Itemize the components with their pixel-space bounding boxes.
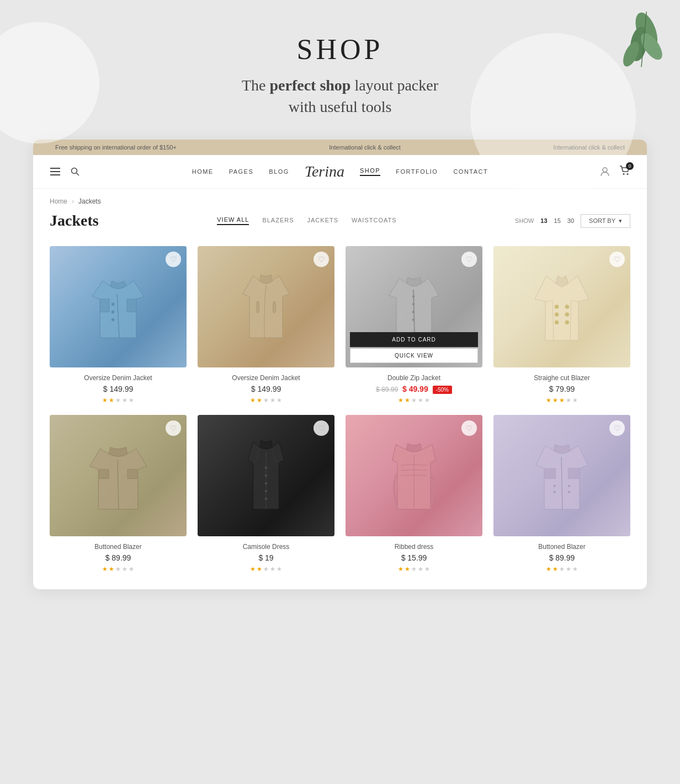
star: ★ — [398, 566, 403, 573]
nav-home[interactable]: HOME — [192, 168, 214, 175]
star: ★ — [109, 566, 114, 573]
breadcrumb-home[interactable]: Home — [50, 198, 67, 205]
product-grid: ♡ Oversize Denim Jacket $ 149.99 ★ ★ ★ ★… — [33, 241, 647, 589]
product-name-7: Ribbed dress — [346, 543, 482, 551]
star: ★ — [572, 566, 578, 573]
product-card-7: ♡ Ribbed dress $ 15.99 ★ ★ ★ ★ ★ — [340, 409, 488, 578]
product-name-2: Oversize Denim Jacket — [198, 374, 334, 382]
page-title: Jackets — [50, 212, 99, 230]
star: ★ — [411, 566, 417, 573]
nav-contact[interactable]: CONTACT — [453, 168, 488, 175]
product-image-wrapper-5: ♡ — [50, 415, 187, 536]
product-price-7: $ 15.99 — [346, 553, 482, 562]
nav-center-links: HOME PAGES BLOG Terina SHOP FORTFOLIO CO… — [192, 163, 488, 180]
star-rating-2: ★ ★ ★ ★ ★ — [198, 397, 334, 404]
sort-label: SORT BY — [589, 217, 615, 224]
star: ★ — [115, 566, 121, 573]
product-price-2: $ 149.99 — [198, 385, 334, 393]
product-image-2 — [198, 246, 334, 367]
product-image-7 — [346, 415, 482, 536]
show-13[interactable]: 13 — [540, 217, 547, 224]
star: ★ — [102, 397, 108, 404]
product-card-1: ♡ Oversize Denim Jacket $ 149.99 ★ ★ ★ ★… — [44, 241, 192, 409]
svg-line-9 — [77, 173, 79, 176]
svg-point-12 — [626, 173, 628, 175]
product-overlay-3: ADD TO CARD QUICK VIEW — [346, 328, 482, 367]
star: ★ — [546, 566, 551, 573]
star: ★ — [270, 566, 275, 573]
star: ★ — [263, 566, 269, 573]
show-30[interactable]: 30 — [567, 217, 574, 224]
svg-point-16 — [111, 318, 115, 322]
filter-view-all[interactable]: VIEW ALL — [217, 216, 249, 225]
product-price-5: $ 89.99 — [50, 553, 187, 562]
product-image-wrapper-6: ♡ — [198, 415, 334, 536]
filter-jackets[interactable]: JACKETS — [307, 217, 339, 225]
star-rating-1: ★ ★ ★ ★ ★ — [50, 397, 187, 404]
product-name-4: Straighe cut Blazer — [493, 374, 630, 382]
product-name-3: Double Zip Jacket — [346, 374, 482, 382]
star: ★ — [405, 566, 410, 573]
star: ★ — [129, 566, 134, 573]
star: ★ — [270, 397, 275, 404]
product-image-wrapper-7: ♡ — [346, 415, 482, 536]
star-rating-4: ★ ★ ★ ★ ★ — [493, 397, 630, 404]
product-image-5 — [50, 415, 187, 536]
star: ★ — [552, 566, 558, 573]
star: ★ — [398, 397, 403, 404]
star: ★ — [405, 397, 410, 404]
search-icon[interactable] — [70, 166, 81, 177]
filter-tabs: VIEW ALL BLAZERS JACKETS WAISTCOATS — [217, 216, 396, 225]
breadcrumb-separator: › — [72, 198, 74, 205]
nav-fortfolio[interactable]: FORTFOLIO — [396, 168, 438, 175]
hamburger-icon[interactable] — [50, 166, 61, 177]
filter-waistcoats[interactable]: WAISTCOATS — [352, 217, 397, 225]
svg-point-28 — [555, 313, 559, 317]
add-to-cart-btn-3[interactable]: ADD TO CARD — [350, 332, 478, 347]
product-image-8 — [493, 415, 630, 536]
nav-left — [50, 166, 81, 177]
svg-point-23 — [412, 318, 415, 321]
brand-logo: Terina — [305, 163, 344, 180]
star: ★ — [109, 397, 114, 404]
subtitle-start: The — [242, 77, 270, 94]
product-image-wrapper-4: ♡ — [493, 246, 630, 367]
svg-point-26 — [565, 321, 570, 325]
star: ★ — [424, 397, 430, 404]
svg-rect-31 — [98, 470, 109, 479]
sort-button[interactable]: SORT BY ▾ — [581, 214, 630, 228]
star: ★ — [263, 397, 269, 404]
nav-shop[interactable]: SHOP — [360, 167, 380, 176]
product-image-1 — [50, 246, 187, 367]
product-card-4: ♡ Straighe cut Blazer $ 79.99 ★ ★ ★ ★ ★ — [488, 241, 636, 409]
product-image-wrapper-3: ♡ ADD TO CARD QUICK VIEW — [346, 246, 482, 367]
hero-title: SHOP — [11, 33, 669, 66]
svg-rect-17 — [100, 299, 109, 312]
star-rating-8: ★ ★ ★ ★ ★ — [493, 566, 630, 573]
shop-card: Free shipping on international order of … — [33, 140, 647, 589]
product-name-1: Oversize Denim Jacket — [50, 374, 187, 382]
star-rating-6: ★ ★ ★ ★ ★ — [198, 566, 334, 573]
price-sale-3: $ 49.99 — [402, 385, 428, 393]
show-15[interactable]: 15 — [554, 217, 561, 224]
chevron-down-icon: ▾ — [619, 217, 622, 225]
star-rating-5: ★ ★ ★ ★ ★ — [50, 566, 187, 573]
star: ★ — [546, 397, 551, 404]
star: ★ — [566, 397, 571, 404]
svg-point-20 — [412, 295, 415, 298]
quick-view-btn-3[interactable]: QUICK VIEW — [350, 348, 478, 363]
product-name-6: Camisole Dress — [198, 543, 334, 551]
star: ★ — [129, 397, 134, 404]
cart-wrapper[interactable]: 0 — [619, 166, 630, 178]
product-price-3: $ 89.99 $ 49.99 -50% — [346, 385, 482, 393]
breadcrumb-current: Jackets — [78, 198, 101, 205]
svg-point-43 — [554, 485, 556, 488]
nav-blog[interactable]: BLOG — [269, 168, 289, 175]
filter-blazers[interactable]: BLAZERS — [262, 217, 294, 225]
star: ★ — [257, 397, 262, 404]
svg-point-22 — [412, 311, 415, 313]
svg-rect-42 — [568, 468, 580, 479]
nav-pages[interactable]: PAGES — [229, 168, 254, 175]
svg-rect-41 — [544, 468, 556, 479]
product-card-6: ♡ Camisole Dress $ 19 ★ ★ ★ ★ ★ — [192, 409, 340, 578]
